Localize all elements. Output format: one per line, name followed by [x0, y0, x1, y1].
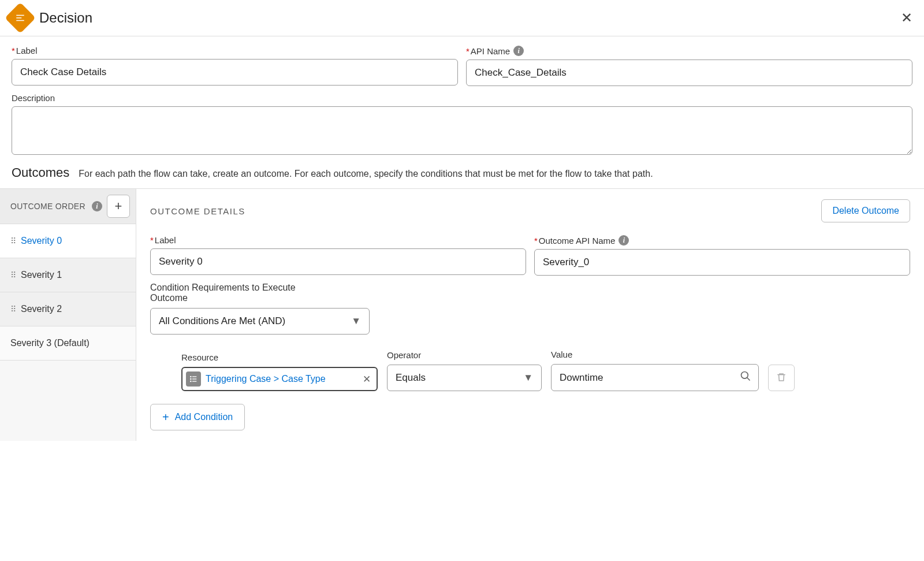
outcome-item-label: Severity 1	[21, 270, 62, 280]
svg-rect-8	[192, 381, 196, 381]
info-icon[interactable]: i	[513, 46, 524, 56]
chevron-down-icon: ▼	[523, 372, 533, 384]
dialog-title: Decision	[39, 10, 92, 26]
delete-outcome-button[interactable]: Delete Outcome	[821, 199, 910, 222]
outcome-api-input[interactable]	[534, 249, 910, 276]
outcome-item-label: Severity 0	[21, 236, 62, 246]
add-outcome-button[interactable]: +	[107, 195, 130, 218]
outcome-details-title: OUTCOME DETAILS	[150, 206, 245, 216]
panel-body: *Label *API Name i Description	[0, 36, 924, 161]
plus-icon: +	[162, 411, 169, 423]
info-icon[interactable]: i	[92, 201, 102, 211]
outcome-order-label: OUTCOME ORDER	[10, 202, 85, 211]
select-value: All Conditions Are Met (AND)	[159, 315, 285, 327]
dialog-header: Decision ✕	[0, 0, 924, 36]
drag-handle-icon[interactable]: ⠿	[10, 307, 15, 311]
value-input[interactable]: Downtime	[551, 364, 759, 391]
api-name-input[interactable]	[466, 60, 912, 86]
outcome-item-label: Severity 3 (Default)	[10, 338, 90, 348]
svg-rect-6	[192, 378, 196, 379]
drag-handle-icon[interactable]: ⠿	[10, 273, 15, 277]
outcome-label-label: *Label	[150, 235, 526, 245]
value-text: Downtime	[560, 372, 603, 384]
clear-resource-button[interactable]: ✕	[360, 373, 373, 385]
add-condition-button[interactable]: + Add Condition	[150, 404, 245, 430]
svg-rect-1	[16, 17, 21, 18]
list-icon	[186, 371, 201, 387]
resource-input[interactable]: Triggering Case > Case Type ✕	[181, 367, 378, 391]
label-field-label: *Label	[12, 46, 458, 55]
svg-rect-2	[16, 20, 24, 21]
value-label: Value	[551, 350, 759, 359]
info-icon[interactable]: i	[619, 235, 629, 246]
description-label: Description	[12, 93, 912, 103]
resource-value: Triggering Case > Case Type	[206, 374, 360, 384]
delete-condition-button[interactable]	[768, 365, 795, 391]
chevron-down-icon: ▼	[351, 315, 361, 327]
outcome-item-severity-0[interactable]: ⠿ Severity 0	[0, 224, 136, 258]
outcome-item-severity-1[interactable]: ⠿ Severity 1	[0, 258, 136, 292]
outcome-item-severity-2[interactable]: ⠿ Severity 2	[0, 292, 136, 326]
add-condition-label: Add Condition	[175, 412, 233, 422]
condition-requirements-select[interactable]: All Conditions Are Met (AND) ▼	[150, 308, 370, 335]
svg-rect-0	[16, 15, 24, 16]
trash-icon	[776, 372, 787, 384]
svg-line-10	[747, 378, 750, 381]
outcomes-header: Outcomes For each path the flow can take…	[0, 161, 924, 188]
api-name-label: *API Name i	[466, 46, 912, 56]
close-button[interactable]: ✕	[899, 8, 915, 28]
plus-icon: +	[115, 199, 122, 214]
svg-point-3	[190, 376, 192, 378]
outcome-label-input[interactable]	[150, 248, 526, 275]
svg-point-5	[190, 378, 192, 380]
operator-label: Operator	[387, 350, 542, 360]
outcome-sidebar: OUTCOME ORDER i + ⠿ Severity 0 ⠿ Severit…	[0, 189, 136, 441]
outcomes-title: Outcomes	[12, 165, 69, 180]
resource-label: Resource	[181, 352, 378, 362]
outcomes-description: For each path the flow can take, create …	[79, 169, 653, 179]
operator-select[interactable]: Equals ▼	[387, 365, 542, 391]
drag-handle-icon[interactable]: ⠿	[10, 239, 15, 243]
outcome-item-label: Severity 2	[21, 304, 62, 314]
search-icon[interactable]	[740, 370, 751, 385]
outcomes-container: OUTCOME ORDER i + ⠿ Severity 0 ⠿ Severit…	[0, 188, 924, 441]
outcome-item-default[interactable]: Severity 3 (Default)	[0, 326, 136, 361]
label-input[interactable]	[12, 59, 458, 86]
sidebar-header: OUTCOME ORDER i +	[0, 189, 136, 224]
svg-point-7	[190, 381, 192, 382]
decision-icon	[5, 2, 36, 34]
close-icon: ✕	[901, 10, 912, 25]
svg-point-9	[742, 372, 748, 379]
outcome-details: OUTCOME DETAILS Delete Outcome *Label *O…	[136, 189, 924, 441]
svg-rect-4	[192, 376, 196, 377]
description-textarea[interactable]	[12, 106, 912, 155]
condition-requirements-label: Condition Requirements to Execute Outcom…	[150, 283, 323, 303]
outcome-api-label: *Outcome API Name i	[534, 235, 910, 246]
operator-value: Equals	[396, 372, 426, 384]
